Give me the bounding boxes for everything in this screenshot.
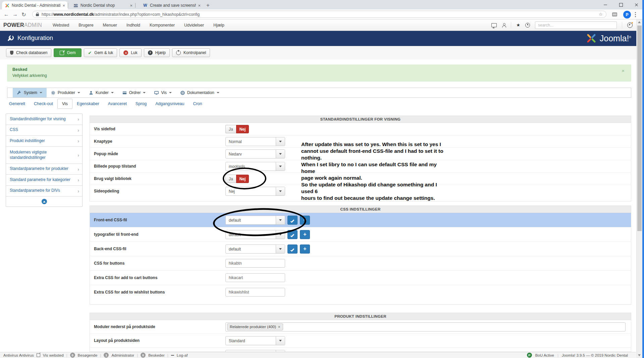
save-close-button[interactable]: ✔ Gem & luk xyxy=(84,48,117,57)
tab-close-icon[interactable]: × xyxy=(62,3,65,8)
add-css-button[interactable]: + xyxy=(300,244,310,254)
shop-menu-vis[interactable]: Vis xyxy=(150,88,176,97)
popup-maade-select[interactable]: Nedarv xyxy=(225,149,285,159)
module-tag[interactable]: Relaterede produkter (400) × xyxy=(227,323,283,330)
sidebar-item-param-produkter[interactable]: Standardparametre for produkter› xyxy=(6,164,82,175)
preview-monitor-icon[interactable] xyxy=(491,23,497,27)
logout-link[interactable]: Log-af xyxy=(177,353,188,357)
sidebar-item-param-divs[interactable]: Standardparametre for DIVs› xyxy=(6,186,82,197)
shop-menu-produkter[interactable]: Produkter xyxy=(47,88,85,97)
bookmark-star-icon[interactable]: ☆ xyxy=(599,12,603,17)
caret-down-icon[interactable] xyxy=(276,137,285,146)
edit-css-button[interactable] xyxy=(287,244,298,254)
screen: Nordic Dental - Administration - × ND No… xyxy=(0,0,644,358)
chevron-right-icon: › xyxy=(77,116,79,123)
check-database-button[interactable]: Check databasen xyxy=(6,48,51,57)
menu-item-udvidelser[interactable]: Udvidelser xyxy=(184,23,204,28)
chevron-right-icon: › xyxy=(77,177,79,183)
admin-search-input[interactable] xyxy=(535,21,617,29)
control-panel-button[interactable]: Kontrolpanel xyxy=(172,48,210,57)
caret-down-icon[interactable] xyxy=(276,162,285,171)
menu-item-indhold[interactable]: Indhold xyxy=(126,23,140,28)
extension-icon[interactable] xyxy=(612,12,617,16)
scroll-up-icon[interactable] xyxy=(638,21,641,23)
shop-menu-dokumentation[interactable]: Dokumentation xyxy=(176,88,224,97)
tab-avanceret[interactable]: Avanceret xyxy=(104,99,131,108)
config-tabs: Generelt Check-out Vis Egenskaber Avance… xyxy=(5,99,207,109)
sidebar-item-param-kategorier[interactable]: Standard parametre for kategorier› xyxy=(6,175,82,186)
history-clock-icon[interactable] xyxy=(525,23,530,28)
speedometer-icon[interactable] xyxy=(627,23,633,28)
admins-label[interactable]: Administrator xyxy=(111,353,134,357)
forward-button[interactable]: → xyxy=(11,11,19,18)
new-tab-button[interactable]: + xyxy=(203,1,213,9)
scroll-down-icon[interactable] xyxy=(638,354,641,356)
browser-tab-active[interactable]: Nordic Dental - Administration - × xyxy=(2,1,68,9)
scrollbar-thumb[interactable] xyxy=(637,26,642,231)
vis-sidefod-toggle[interactable]: Ja Nej xyxy=(225,125,249,133)
sidebar-item-moduler[interactable]: Modulernes vigtigste standardindstilling… xyxy=(6,147,82,164)
save-button[interactable]: Gem xyxy=(54,48,82,57)
menu-item-websted[interactable]: Websted xyxy=(53,23,69,28)
caret-down-icon[interactable] xyxy=(276,245,285,253)
shop-menu-ordrer[interactable]: Ordrer xyxy=(118,88,150,97)
tab-separator xyxy=(135,3,136,8)
browser-avatar[interactable]: P xyxy=(623,11,631,18)
visitors-label[interactable]: Besøgende xyxy=(78,353,98,357)
caret-down-icon[interactable] xyxy=(276,187,285,195)
tab-egenskaber[interactable]: Egenskaber xyxy=(72,99,104,108)
backend-css-select[interactable]: default xyxy=(225,244,285,254)
user-icon[interactable] xyxy=(502,23,506,27)
menu-item-komponenter[interactable]: Komponenter xyxy=(150,23,175,28)
view-site-link[interactable]: Vis websted xyxy=(43,353,64,357)
tab-cron[interactable]: Cron xyxy=(189,99,206,108)
caret-down-icon[interactable] xyxy=(276,150,285,158)
sidebar-item-css[interactable]: CSS› xyxy=(6,125,82,136)
close-window-button[interactable] xyxy=(629,0,644,9)
annotation-note: After update this was set to yes. When t… xyxy=(301,141,446,202)
refresh-button[interactable]: ↻ xyxy=(20,11,28,18)
row-partial-clipped xyxy=(90,347,631,352)
help-button[interactable]: ? Hjælp xyxy=(144,48,170,57)
tab-close-icon[interactable]: × xyxy=(198,3,201,8)
menu-item-brugere[interactable]: Brugere xyxy=(78,23,93,28)
menu-item-menuer[interactable]: Menuer xyxy=(103,23,117,28)
setting-label: Extra CSS for add to cart buttons xyxy=(90,275,225,280)
favorites-star-icon[interactable]: ★ xyxy=(516,23,520,27)
tab-vis[interactable]: Vis xyxy=(57,99,72,109)
caret-down-icon[interactable] xyxy=(276,337,285,345)
tab-adgangsniveau[interactable]: Adgangsniveau xyxy=(151,99,189,108)
shop-menu-system[interactable]: System xyxy=(13,88,47,97)
moduler-tag-input[interactable]: Relaterede produkter (400) × xyxy=(225,322,626,331)
tab-checkout[interactable]: Check-out xyxy=(30,99,57,108)
maximize-button[interactable] xyxy=(613,0,629,9)
tag-remove-icon[interactable]: × xyxy=(278,325,280,329)
shop-menu-kunder[interactable]: Kunder xyxy=(85,88,118,97)
messages-label[interactable]: Beskeder xyxy=(148,353,165,357)
css-cart-input[interactable] xyxy=(225,273,285,282)
browser-tab-2[interactable]: ND Nordic Dental shop × xyxy=(71,1,135,9)
back-button[interactable]: ← xyxy=(3,11,10,18)
sidebar-collapse[interactable] xyxy=(6,196,82,207)
knaptype-select[interactable]: Normal xyxy=(225,137,285,146)
minimize-button[interactable] xyxy=(598,0,613,9)
sidebar-item-produkt[interactable]: Produkt indstillinger› xyxy=(6,136,82,147)
divider xyxy=(622,22,622,28)
page-scrollbar[interactable] xyxy=(636,19,642,358)
tab-close-icon[interactable]: × xyxy=(130,3,132,8)
tab-sprog[interactable]: Sprog xyxy=(131,99,151,108)
css-wishlist-input[interactable] xyxy=(225,288,285,297)
browser-tab-3[interactable]: W Create and save screenshots on W × xyxy=(140,1,203,9)
chevron-right-icon: › xyxy=(77,166,79,173)
message-close-icon[interactable]: × xyxy=(622,68,625,74)
address-bar[interactable]: https://www.nordicdental.dk/administrato… xyxy=(32,11,606,18)
monitor-icon xyxy=(154,91,159,95)
layout-select[interactable]: Standard xyxy=(225,336,285,345)
sidebar-item-standardindstillinger[interactable]: Standardindstillinger for visning› xyxy=(6,114,82,125)
css-buttons-input[interactable] xyxy=(225,259,285,268)
browser-menu-icon[interactable] xyxy=(635,12,636,17)
menu-item-hjaelp[interactable]: Hjælp xyxy=(213,23,224,28)
add-css-button[interactable]: + xyxy=(300,230,310,239)
close-button[interactable]: Luk xyxy=(119,48,141,57)
tab-generelt[interactable]: Generelt xyxy=(5,99,30,108)
